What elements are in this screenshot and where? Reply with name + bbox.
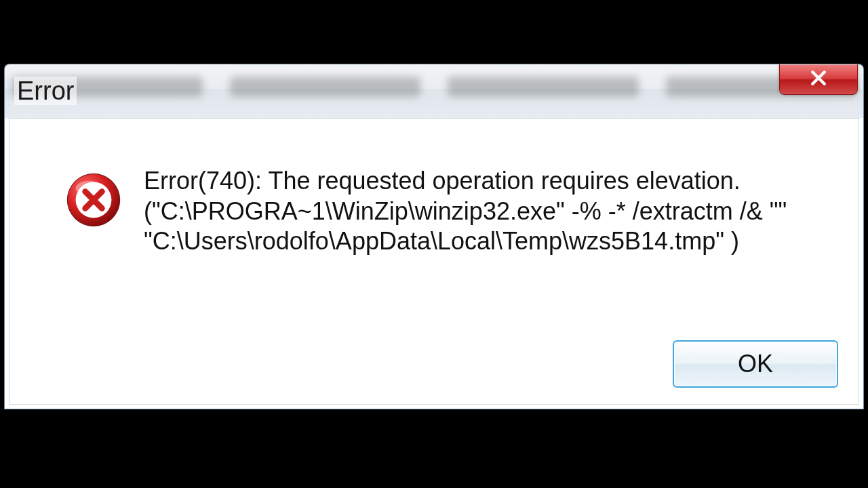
titlebar-glass-blur (12, 77, 856, 111)
button-row: OK (673, 340, 838, 388)
error-icon (64, 170, 123, 230)
error-message: Error(740): The requested operation requ… (144, 166, 831, 257)
titlebar: Error (4, 64, 864, 118)
dialog-body: Error(740): The requested operation requ… (4, 118, 864, 409)
ok-button[interactable]: OK (673, 340, 838, 388)
close-icon (808, 68, 829, 91)
close-button[interactable] (779, 64, 858, 95)
dialog-title: Error (14, 77, 77, 105)
error-dialog: Error (4, 64, 864, 411)
content-row: Error(740): The requested operation requ… (64, 166, 831, 257)
ok-button-label: OK (738, 350, 773, 378)
dialog-inner: Error(740): The requested operation requ… (9, 118, 859, 405)
